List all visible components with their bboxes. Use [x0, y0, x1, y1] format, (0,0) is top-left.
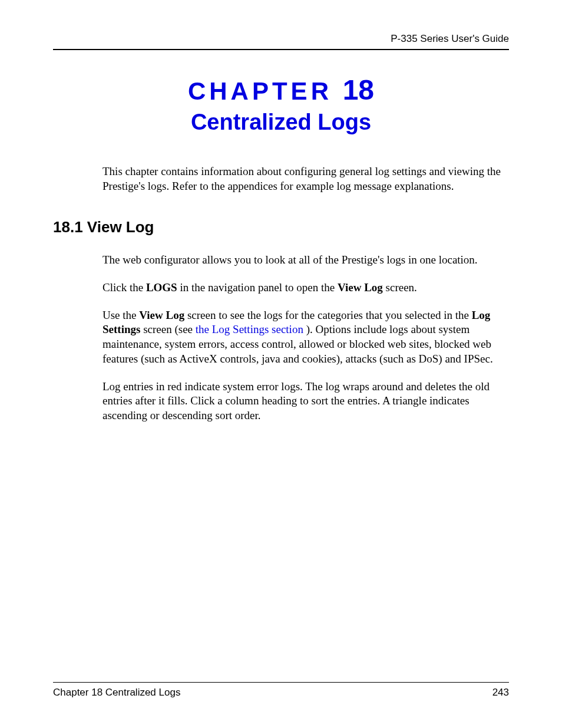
chapter-label-word: CHAPTER	[188, 77, 332, 105]
chapter-heading-block: CHAPTER 18 Centralized Logs	[53, 74, 509, 135]
p3-viewlog-bold: View Log	[139, 309, 184, 321]
page-footer: Chapter 18 Centralized Logs 243	[53, 682, 509, 699]
section-p2: Click the LOGS in the navigation panel t…	[103, 281, 509, 295]
header-rule	[53, 49, 509, 50]
section-heading: 18.1 View Log	[53, 218, 509, 236]
p3-pre: Use the	[103, 309, 139, 321]
chapter-title: Centralized Logs	[53, 110, 509, 135]
p2-mid: in the navigation panel to open the	[177, 281, 338, 294]
chapter-intro: This chapter contains information about …	[103, 164, 509, 193]
p2-post: screen.	[383, 281, 417, 294]
section-p3: Use the View Log screen to see the logs …	[103, 308, 509, 367]
section-p1: The web configurator allows you to look …	[103, 253, 509, 268]
p3-mid1: screen to see the logs for the categorie…	[184, 309, 472, 321]
p2-pre: Click the	[103, 281, 146, 294]
p2-logs-bold: LOGS	[146, 281, 177, 294]
log-settings-link[interactable]: the Log Settings section	[196, 323, 306, 335]
footer-chapter-ref: Chapter 18 Centralized Logs	[53, 687, 180, 699]
chapter-number: 18	[343, 74, 374, 106]
p2-viewlog-bold: View Log	[338, 281, 383, 294]
chapter-label: CHAPTER 18	[53, 74, 509, 106]
section-p4: Log entries in red indicate system error…	[103, 380, 509, 423]
footer-page-number: 243	[492, 687, 509, 699]
running-header: P-335 Series User's Guide	[53, 33, 509, 49]
p3-mid2: screen (see	[140, 323, 195, 335]
footer-rule	[53, 682, 509, 683]
